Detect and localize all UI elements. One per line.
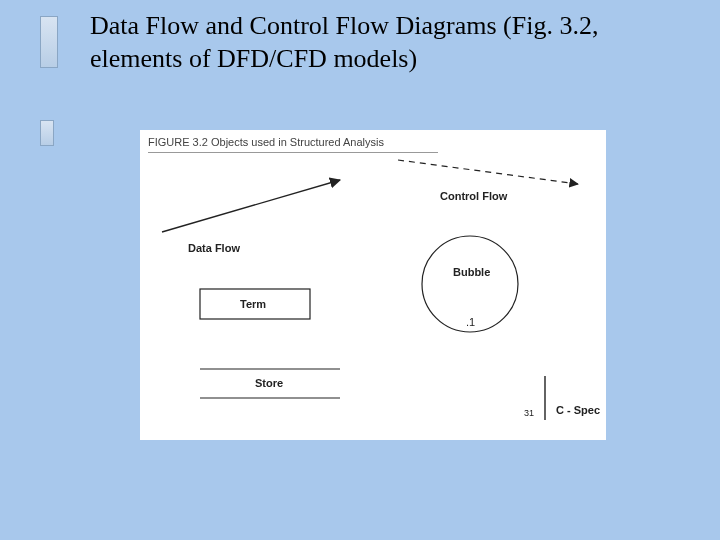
figure-caption: FIGURE 3.2 Objects used in Structured An… bbox=[148, 136, 384, 148]
control-flow-label: Control Flow bbox=[440, 190, 508, 202]
figure-diagram: Control Flow Data Flow Term Bubble .1 St… bbox=[140, 154, 606, 440]
title-block: Data Flow and Control Flow Diagrams (Fig… bbox=[40, 10, 680, 100]
figure-panel: FIGURE 3.2 Objects used in Structured An… bbox=[140, 130, 606, 440]
title-bullet-icon bbox=[40, 16, 58, 68]
data-flow-arrow-icon bbox=[162, 180, 340, 232]
store-label: Store bbox=[255, 377, 283, 389]
figure-caption-divider bbox=[148, 152, 438, 153]
body-bullet-icon bbox=[40, 120, 54, 146]
slide-title: Data Flow and Control Flow Diagrams (Fig… bbox=[90, 10, 670, 75]
control-flow-arrow-icon bbox=[398, 160, 578, 184]
cspec-label: C - Spec bbox=[556, 404, 600, 416]
term-label: Term bbox=[240, 298, 266, 310]
bubble-label: Bubble bbox=[453, 266, 490, 278]
data-flow-label: Data Flow bbox=[188, 242, 240, 254]
bubble-index-label: .1 bbox=[466, 316, 475, 328]
page-number: 31 bbox=[524, 408, 534, 418]
